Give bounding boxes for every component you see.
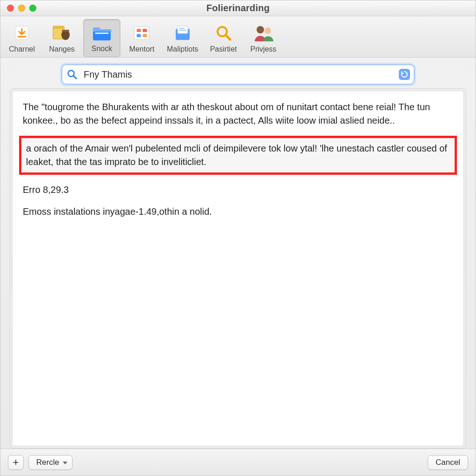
toolbar-label: Snock: [92, 45, 112, 53]
refresh-icon[interactable]: [399, 69, 410, 80]
highlighted-result[interactable]: a orach of the Amair wen'l pubelented mc…: [19, 136, 457, 175]
svg-point-18: [264, 27, 271, 34]
content-paragraph: The "tougrome the Bhurakents with ar ath…: [23, 100, 453, 127]
preferences-window: Folierinarding Charnel: [0, 0, 476, 476]
toolbar-label: Privjess: [251, 45, 277, 53]
toolbar-item-snock[interactable]: Snock: [83, 19, 120, 57]
svg-rect-14: [179, 30, 186, 31]
svg-rect-13: [179, 28, 185, 29]
toolbar-item-pasirtiet[interactable]: Pasirtiet: [205, 20, 242, 57]
highlighted-text: a orach of the Amair wen'l pubelented mc…: [26, 143, 447, 167]
svg-rect-6: [134, 26, 149, 40]
search-icon: [67, 69, 77, 79]
toolbar-label: Mentort: [129, 45, 154, 53]
search-row: [0, 58, 476, 88]
minimize-window-button[interactable]: [18, 5, 25, 12]
svg-line-20: [73, 76, 76, 79]
titlebar: Folierinarding: [0, 0, 476, 16]
content-error-line: Erro 8,29.3: [23, 183, 453, 197]
notes-icon: [51, 23, 73, 43]
toolbar-item-privjess[interactable]: Privjess: [245, 20, 282, 57]
rercle-label: Rercle: [36, 458, 59, 467]
toolbar-item-nanges[interactable]: Nanges: [43, 20, 80, 57]
svg-rect-9: [137, 34, 141, 37]
window-title: Folierinarding: [206, 3, 270, 13]
toolbar-item-maliptiots[interactable]: Maliptiots: [163, 20, 202, 57]
toolbar-item-mentort[interactable]: Mentort: [123, 20, 160, 57]
toolbar-item-charnel[interactable]: Charnel: [3, 20, 40, 57]
svg-point-17: [257, 26, 264, 33]
footer-bar: + Rercle Cancel: [0, 449, 476, 476]
svg-rect-7: [137, 29, 141, 32]
svg-rect-10: [143, 34, 147, 37]
document-folder-icon: [172, 23, 194, 43]
svg-rect-2: [53, 26, 64, 29]
svg-rect-8: [143, 29, 147, 32]
rercle-dropdown[interactable]: Rercle: [28, 455, 73, 470]
toolbar-label: Pasirtiet: [210, 45, 237, 53]
close-window-button[interactable]: [7, 5, 14, 12]
download-icon: [11, 23, 33, 43]
toolbar-label: Charnel: [9, 45, 35, 53]
svg-line-16: [226, 35, 230, 40]
add-button[interactable]: +: [8, 455, 24, 470]
svg-rect-4: [62, 30, 69, 32]
content-paragraph: Emoss instalations inyagae-1.49,othin a …: [23, 205, 453, 218]
zoom-window-button[interactable]: [29, 5, 36, 12]
cancel-button[interactable]: Cancel: [428, 455, 468, 470]
window-controls: [7, 5, 36, 12]
svg-rect-5: [95, 33, 109, 34]
search-input[interactable]: [61, 64, 415, 85]
preferences-toolbar: Charnel Nanges Snock: [0, 16, 476, 58]
content-panel: The "tougrome the Bhurakents with ar ath…: [12, 91, 464, 446]
toolbar-label: Maliptiots: [167, 45, 198, 53]
folder-icon: [91, 22, 113, 43]
toolbar-label: Nanges: [49, 45, 74, 53]
search-icon: [212, 23, 235, 43]
search-field-wrap: [61, 64, 415, 85]
grid-apps-icon: [131, 23, 153, 43]
people-icon: [252, 23, 275, 43]
content-frame: The "tougrome the Bhurakents with ar ath…: [10, 88, 466, 449]
